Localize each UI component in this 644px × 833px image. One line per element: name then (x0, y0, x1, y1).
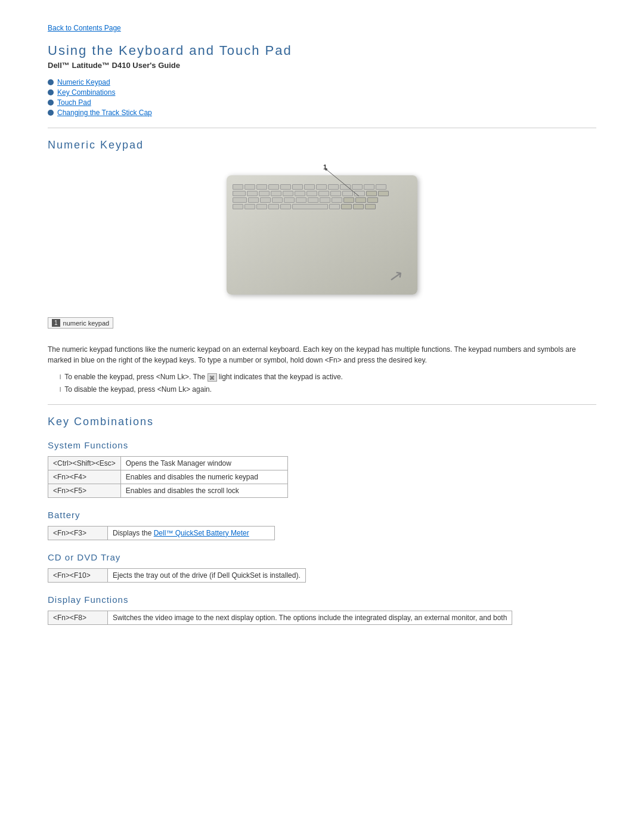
legend-label: numeric keypad (63, 320, 110, 327)
legend-box: 1 numeric keypad (48, 317, 113, 329)
display-functions-heading: Display Functions (48, 594, 596, 605)
table-cell-key: <Ctrl><Shift><Esc> (48, 456, 121, 470)
back-to-contents-link[interactable]: Back to Contents Page (48, 24, 596, 32)
table-row: <Fn><F3> Displays the Dell™ QuickSet Bat… (48, 526, 275, 540)
key-combinations-heading: Key Combinations (48, 416, 596, 428)
table-cell-key: <Fn><F4> (48, 470, 121, 484)
page-title: Using the Keyboard and Touch Pad (48, 43, 596, 58)
page-subtitle: Dell™ Latitude™ D410 User's Guide (48, 61, 596, 70)
table-cell-description: Displays the Dell™ QuickSet Battery Mete… (108, 526, 275, 540)
bullet-enable-keypad: To enable the keypad, press <Num Lk>. Th… (60, 373, 596, 382)
keyboard-diagram: ↗ 1 (209, 163, 435, 306)
battery-heading: Battery (48, 510, 596, 520)
table-cell-description: Opens the Task Manager window (120, 456, 287, 470)
toc-link-track-stick-cap[interactable]: Changing the Track Stick Cap (57, 109, 152, 117)
toc-link-key-combinations[interactable]: Key Combinations (57, 88, 115, 97)
toc-link-numeric-keypad[interactable]: Numeric Keypad (57, 78, 110, 86)
legend-number: 1 (52, 319, 60, 327)
table-cell-key: <Fn><F10> (48, 568, 108, 582)
table-of-contents: Numeric Keypad Key Combinations Touch Pa… (48, 78, 596, 117)
system-functions-table: <Ctrl><Shift><Esc> Opens the Task Manage… (48, 456, 288, 498)
keyboard-image-area: ↗ 1 (48, 163, 596, 306)
toc-link-touch-pad[interactable]: Touch Pad (57, 98, 91, 107)
bullet-disable-keypad: To disable the keypad, press <Num Lk> ag… (60, 385, 596, 394)
system-functions-heading: System Functions (48, 440, 596, 450)
table-cell-key: <Fn><F5> (48, 484, 121, 497)
num-lk-indicator-icon: ⌘ (208, 373, 217, 382)
numeric-keypad-body: The numeric keypad functions like the nu… (48, 344, 596, 366)
quickset-battery-meter-link[interactable]: Dell™ QuickSet Battery Meter (154, 529, 249, 537)
table-cell-description: Enables and disables the scroll lock (120, 484, 287, 497)
table-cell-description: Switches the video image to the next dis… (108, 611, 512, 624)
toc-bullet-icon (48, 100, 54, 106)
toc-item-track-stick-cap[interactable]: Changing the Track Stick Cap (48, 109, 596, 117)
numeric-keypad-bullets: To enable the keypad, press <Num Lk>. Th… (60, 373, 596, 394)
toc-item-touch-pad[interactable]: Touch Pad (48, 98, 596, 107)
toc-bullet-icon (48, 79, 54, 85)
svg-line-0 (326, 169, 359, 196)
numeric-keypad-heading: Numeric Keypad (48, 139, 596, 151)
display-functions-table: <Fn><F8> Switches the video image to the… (48, 611, 512, 625)
table-row: <Fn><F10> Ejects the tray out of the dri… (48, 568, 306, 582)
cd-dvd-tray-heading: CD or DVD Tray (48, 552, 596, 562)
toc-bullet-icon (48, 110, 54, 116)
table-cell-description: Ejects the tray out of the drive (if Del… (108, 568, 306, 582)
toc-bullet-icon (48, 89, 54, 95)
cd-dvd-tray-table: <Fn><F10> Ejects the tray out of the dri… (48, 568, 306, 583)
svg-point-1 (325, 168, 327, 171)
table-row: <Fn><F4> Enables and disables the numeri… (48, 470, 288, 484)
table-cell-key: <Fn><F3> (48, 526, 108, 540)
keyboard-body: ↗ (227, 175, 417, 295)
callout-line-svg (323, 166, 371, 202)
table-cell-description: Enables and disables the numeric keypad (120, 470, 287, 484)
table-row: <Fn><F8> Switches the video image to the… (48, 611, 512, 624)
battery-table: <Fn><F3> Displays the Dell™ QuickSet Bat… (48, 526, 275, 540)
table-cell-key: <Fn><F8> (48, 611, 108, 624)
toc-item-key-combinations[interactable]: Key Combinations (48, 88, 596, 97)
table-row: <Ctrl><Shift><Esc> Opens the Task Manage… (48, 456, 288, 470)
table-row: <Fn><F5> Enables and disables the scroll… (48, 484, 288, 497)
legend-area: 1 numeric keypad (48, 317, 596, 336)
section-divider-2 (48, 404, 596, 405)
toc-item-numeric-keypad[interactable]: Numeric Keypad (48, 78, 596, 86)
section-divider-1 (48, 128, 596, 128)
